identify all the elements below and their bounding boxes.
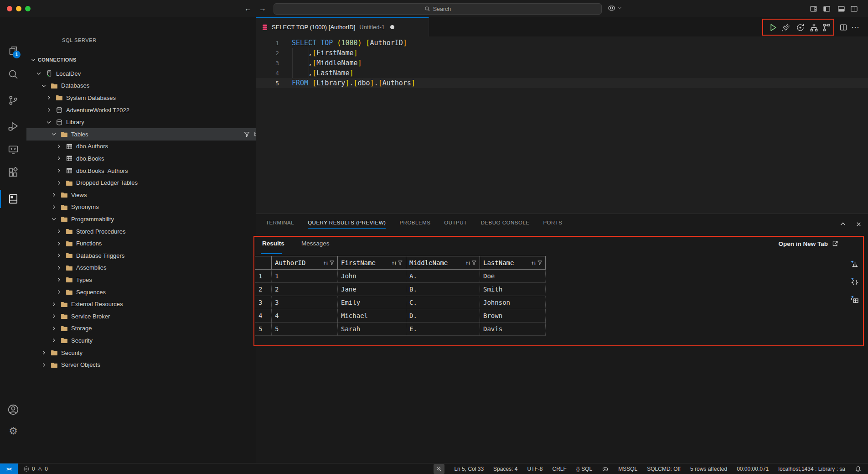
chevron-right-icon[interactable] — [40, 349, 47, 356]
chevron-right-icon[interactable] — [55, 155, 62, 162]
activity-bar-item-remote-explorer[interactable] — [0, 140, 26, 160]
chevron-right-icon[interactable] — [40, 361, 47, 369]
sort-icon[interactable]: ↑↓ — [531, 260, 536, 266]
column-header-firstname[interactable]: FirstName↑↓ — [338, 256, 406, 270]
data-cell[interactable]: Michael — [338, 309, 406, 323]
row-number-cell[interactable]: 2 — [255, 283, 272, 296]
activity-bar-item-accounts[interactable] — [0, 400, 26, 420]
activity-bar-item-search[interactable] — [0, 64, 26, 84]
tree-item-system-databases[interactable]: System Databases — [26, 92, 274, 104]
tree-item-database-triggers[interactable]: Database Triggers — [26, 250, 284, 262]
data-cell[interactable]: 2 — [272, 283, 338, 296]
tree-item-adventureworkslt2022[interactable]: AdventureWorksLT2022 — [26, 104, 274, 116]
status-item-cursor-position[interactable]: Ln 5, Col 33 — [454, 466, 484, 472]
chevron-right-icon[interactable] — [55, 179, 62, 187]
status-item-query-time[interactable]: 00:00:00.071 — [737, 466, 769, 472]
filter-icon[interactable] — [537, 260, 542, 266]
tree-item-storage[interactable]: Storage — [26, 323, 279, 335]
filter-icon[interactable] — [471, 260, 477, 266]
maximize-panel-icon[interactable] — [839, 220, 847, 228]
column-header-authorid[interactable]: AuthorID↑↓ — [272, 256, 338, 270]
code-line-5[interactable]: 5FROM [Library].[dbo].[Authors] — [256, 78, 868, 88]
row-number-cell[interactable]: 4 — [255, 309, 272, 323]
chevron-right-icon[interactable] — [50, 203, 57, 211]
activity-bar-item-extensions[interactable] — [0, 162, 26, 182]
chevron-right-icon[interactable] — [50, 301, 57, 308]
status-item-language-mode[interactable]: {} SQL — [576, 466, 592, 472]
remote-indicator[interactable]: >< — [0, 464, 18, 474]
results-tab[interactable]: Results — [262, 240, 284, 247]
activity-bar-item-sql-server[interactable] — [0, 189, 26, 209]
problems-status[interactable]: 0 ⚠ 0 — [23, 466, 48, 473]
data-cell[interactable]: 3 — [272, 296, 338, 309]
data-cell[interactable]: John — [338, 270, 406, 283]
close-panel-icon[interactable] — [854, 220, 863, 228]
tree-item-sequences[interactable]: Sequences — [26, 286, 284, 298]
status-item-connection-info[interactable]: localhost,1434 : Library : sa — [778, 466, 845, 472]
chevron-down-icon[interactable] — [40, 82, 47, 89]
sort-icon[interactable]: ↑↓ — [465, 260, 470, 266]
more-actions-button[interactable]: ⋯ — [850, 22, 861, 33]
copilot-menu-button[interactable] — [607, 4, 622, 12]
tree-item-library[interactable]: Library — [26, 116, 274, 128]
status-item-rows-affected[interactable]: 5 rows affected — [690, 466, 727, 472]
toggle-panel-icon[interactable] — [837, 5, 845, 13]
chevron-right-icon[interactable] — [45, 106, 52, 114]
code-line-3[interactable]: 3 ,[MiddleName] — [256, 58, 868, 68]
tree-item-dbo-authors[interactable]: dbo.Authors↻ — [26, 141, 284, 153]
toggle-sidebar-icon[interactable] — [822, 5, 831, 13]
chevron-down-icon[interactable] — [45, 119, 52, 126]
messages-tab[interactable]: Messages — [301, 240, 330, 247]
minimize-window-button[interactable] — [16, 6, 21, 11]
tree-item-stored-procedures[interactable]: Stored Procedures — [26, 225, 284, 238]
filter-icon[interactable] — [329, 260, 335, 266]
estimated-plan-button[interactable] — [808, 22, 819, 33]
data-cell[interactable]: Jane — [338, 283, 406, 296]
activity-bar-item-explorer[interactable] — [0, 41, 26, 61]
panel-tab-query-results-preview-[interactable]: QUERY RESULTS (PREVIEW) — [308, 218, 386, 229]
panel-tab-terminal[interactable]: TERMINAL — [266, 218, 294, 229]
disconnect-button[interactable] — [780, 22, 791, 33]
chevron-right-icon[interactable] — [50, 313, 57, 320]
chevron-right-icon[interactable] — [55, 167, 62, 174]
tree-item-programmability[interactable]: Programmability — [26, 213, 279, 225]
status-item-sqlcmd[interactable]: SQLCMD: Off — [647, 466, 681, 472]
tree-item-types[interactable]: Types — [26, 274, 284, 286]
tree-item-server-objects[interactable]: Server Objects — [26, 359, 269, 371]
tree-item-dbo-books-authors[interactable]: dbo.Books_Authors — [26, 165, 284, 177]
status-item-indentation[interactable]: Spaces: 4 — [493, 466, 517, 472]
tree-item-service-broker[interactable]: Service Broker — [26, 310, 279, 323]
tree-item-assemblies[interactable]: Assemblies — [26, 262, 284, 274]
data-cell[interactable]: 1 — [272, 270, 338, 283]
status-item-encoding[interactable]: UTF-8 — [527, 466, 542, 472]
sort-icon[interactable]: ↑↓ — [392, 260, 396, 266]
toggle-secondary-sidebar-icon[interactable] — [850, 5, 858, 13]
status-item-mssql-flavor[interactable]: MSSQL — [618, 466, 637, 472]
tree-item-dbo-books[interactable]: dbo.Books — [26, 152, 284, 165]
chart-button[interactable] — [849, 258, 860, 269]
code-line-1[interactable]: 1SELECT TOP (1000) [AuthorID] — [256, 38, 868, 48]
filter-icon[interactable] — [243, 131, 250, 138]
open-in-new-tab-button[interactable]: Open in New Tab — [778, 240, 839, 247]
chevron-right-icon[interactable] — [50, 191, 57, 198]
panel-tab-debug-console[interactable]: DEBUG CONSOLE — [481, 218, 530, 229]
navigate-back-button[interactable]: ← — [244, 4, 252, 14]
chevron-down-icon[interactable] — [50, 215, 57, 223]
filter-icon[interactable] — [398, 260, 403, 266]
data-cell[interactable]: Brown — [480, 309, 546, 323]
column-header-middlename[interactable]: MiddleName↑↓ — [406, 256, 480, 270]
tree-item-views[interactable]: Views — [26, 189, 279, 201]
data-cell[interactable]: Johnson — [480, 296, 546, 309]
data-cell[interactable]: A. — [406, 270, 480, 283]
tree-item-tables[interactable]: Tables↻ — [26, 128, 279, 141]
customize-layout-button[interactable] — [809, 5, 817, 13]
data-cell[interactable]: B. — [406, 283, 480, 296]
data-cell[interactable]: D. — [406, 309, 480, 323]
data-cell[interactable]: 4 — [272, 309, 338, 323]
tree-item-security[interactable]: Security — [26, 334, 279, 347]
row-number-cell[interactable]: 1 — [255, 270, 272, 283]
row-number-cell[interactable]: 5 — [255, 323, 272, 336]
chevron-right-icon[interactable] — [55, 143, 62, 150]
data-cell[interactable]: E. — [406, 323, 480, 336]
chevron-right-icon[interactable] — [50, 337, 57, 344]
